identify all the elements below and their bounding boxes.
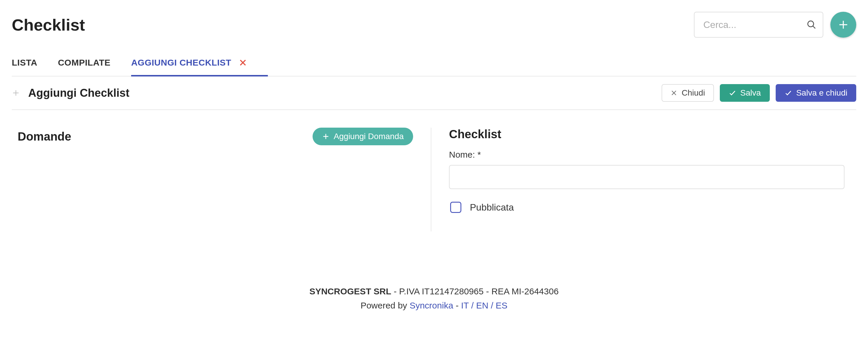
check-icon (728, 89, 736, 97)
check-icon (784, 89, 792, 97)
tab-add-checklist[interactable]: AGGIUNGI CHECKLIST (131, 52, 247, 76)
footer-company-details: - P.IVA IT12147280965 - REA MI-2644306 (391, 287, 559, 296)
plus-icon (12, 89, 20, 97)
footer-div: / (488, 301, 496, 310)
close-icon[interactable] (239, 58, 247, 67)
published-checkbox[interactable] (450, 202, 461, 213)
save-button[interactable]: Salva (720, 84, 770, 102)
button-label: Salva (740, 88, 761, 98)
plus-icon (837, 19, 849, 31)
close-button[interactable]: Chiudi (661, 84, 714, 102)
footer-div: / (469, 301, 476, 310)
lang-en-link[interactable]: EN (476, 301, 488, 310)
footer: SYNCROGEST SRL - P.IVA IT12147280965 - R… (12, 285, 856, 313)
questions-title: Domande (18, 130, 71, 143)
tab-compiled[interactable]: COMPILATE (58, 52, 111, 76)
tab-list[interactable]: LISTA (12, 52, 37, 76)
tab-label: LISTA (12, 58, 37, 67)
tab-label: COMPILATE (58, 58, 111, 67)
close-icon (671, 89, 678, 96)
lang-it-link[interactable]: IT (461, 301, 469, 310)
section-title: Aggiungi Checklist (28, 87, 129, 99)
footer-powered-link[interactable]: Syncronika (410, 301, 453, 310)
save-and-close-button[interactable]: Salva e chiudi (776, 84, 856, 102)
footer-powered-by: Powered by (361, 301, 410, 310)
add-button[interactable] (830, 12, 856, 38)
button-label: Salva e chiudi (796, 88, 847, 98)
page-title: Checklist (12, 15, 85, 34)
checklist-panel-title: Checklist (449, 128, 844, 141)
lang-es-link[interactable]: ES (496, 301, 507, 310)
add-question-button[interactable]: Aggiungi Domanda (313, 128, 413, 145)
search-icon (807, 20, 816, 30)
footer-company: SYNCROGEST SRL (309, 287, 391, 296)
plus-icon (322, 132, 330, 140)
footer-sep: - (453, 301, 461, 310)
name-field[interactable] (449, 165, 844, 189)
published-label: Pubblicata (470, 202, 514, 213)
button-label: Aggiungi Domanda (334, 132, 404, 141)
svg-point-0 (808, 21, 814, 27)
search-button[interactable] (800, 12, 823, 38)
tabs: LISTA COMPILATE AGGIUNGI CHECKLIST (12, 52, 856, 77)
svg-line-1 (813, 26, 815, 29)
name-label: Nome: * (449, 150, 844, 160)
button-label: Chiudi (682, 88, 705, 98)
tab-label: AGGIUNGI CHECKLIST (131, 58, 231, 68)
